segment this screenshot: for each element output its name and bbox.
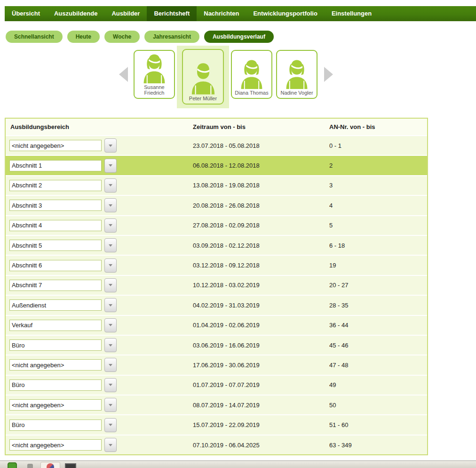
zeitraum-cell: 08.07.2019 - 14.07.2019 — [193, 402, 329, 409]
column-header-ausbildungsbereich: Ausbildungsbereich — [6, 123, 193, 130]
zeitraum-cell: 20.08.2018 - 26.08.2018 — [193, 202, 329, 209]
table-row: 04.02.2019 - 31.03.2019 28 - 35 — [6, 295, 427, 315]
carousel-next-icon[interactable] — [324, 67, 333, 82]
table-row: 23.07.2018 - 05.08.2018 0 - 1 — [6, 135, 427, 155]
bereich-cell — [6, 278, 193, 292]
an-nr-cell: 0 - 1 — [329, 142, 427, 149]
table-row: 06.08.2018 - 12.08.2018 2 — [6, 155, 427, 175]
bereich-cell — [6, 159, 193, 173]
trainee-card-inner[interactable]: Susanne Friedrich — [134, 50, 175, 99]
bereich-combobox-input[interactable] — [9, 320, 102, 331]
view-tab-pill[interactable]: Ausbildungsverlauf — [204, 31, 274, 43]
an-nr-cell: 36 - 44 — [329, 322, 427, 329]
view-tab-pill[interactable]: Woche — [104, 31, 140, 43]
zeitraum-cell: 15.07.2019 - 22.09.2019 — [193, 421, 329, 428]
bereich-cell — [6, 198, 193, 212]
bereich-dropdown-button[interactable] — [104, 358, 117, 372]
an-nr-cell: 51 - 60 — [329, 421, 427, 428]
bereich-combobox-input[interactable] — [9, 140, 102, 151]
zeitraum-cell: 03.12.2018 - 09.12.2018 — [193, 262, 329, 269]
zeitraum-cell: 01.04.2019 - 02.06.2019 — [193, 322, 329, 329]
chevron-down-icon — [109, 184, 112, 186]
bereich-dropdown-button[interactable] — [104, 238, 117, 252]
bereich-combobox-input[interactable] — [9, 439, 102, 451]
bereich-combobox-input[interactable] — [9, 180, 102, 191]
bereich-dropdown-button[interactable] — [104, 378, 117, 392]
trainee-card[interactable]: Nadine Vogler — [274, 46, 319, 99]
bereich-dropdown-button[interactable] — [104, 278, 117, 292]
bereich-dropdown-button[interactable] — [104, 218, 117, 233]
bereich-combobox-input[interactable] — [9, 260, 102, 271]
bereich-combobox-input[interactable] — [9, 299, 102, 311]
taskbar-app-icon[interactable] — [27, 464, 33, 468]
an-nr-cell: 6 - 18 — [329, 242, 427, 249]
bereich-combobox-input[interactable] — [9, 399, 102, 411]
bereich-combobox-input[interactable] — [9, 420, 102, 431]
bereich-combobox-input[interactable] — [9, 379, 102, 391]
table-row: 13.08.2018 - 19.08.2018 3 — [6, 175, 427, 195]
nav-item[interactable]: Ausbilder — [104, 6, 147, 21]
bereich-dropdown-button[interactable] — [104, 298, 117, 312]
bereich-dropdown-button[interactable] — [104, 198, 117, 212]
an-nr-cell: 45 - 46 — [329, 342, 427, 349]
bereich-cell — [6, 418, 193, 432]
chevron-down-icon — [109, 204, 112, 207]
bereich-cell — [6, 138, 193, 153]
nav-item[interactable]: Nachrichten — [197, 6, 246, 21]
bereich-combobox-input[interactable] — [9, 220, 102, 231]
taskbar-window-icon[interactable] — [65, 463, 76, 468]
bereich-combobox-input[interactable] — [9, 240, 102, 251]
nav-item[interactable]: Einstellungen — [325, 6, 379, 21]
view-tabs: SchnellansichtHeuteWocheJahresansichtAus… — [6, 31, 274, 43]
an-nr-cell: 2 — [329, 162, 427, 169]
chevron-down-icon — [109, 164, 112, 167]
view-tab-pill[interactable]: Heute — [67, 31, 100, 43]
zeitraum-cell: 23.07.2018 - 05.08.2018 — [193, 142, 329, 149]
table-row: 20.08.2018 - 26.08.2018 4 — [6, 195, 427, 215]
trainee-card[interactable]: Peter Müller — [177, 46, 229, 108]
bereich-combobox-input[interactable] — [9, 200, 102, 211]
taskbar-active-app[interactable] — [40, 462, 60, 468]
bereich-dropdown-button[interactable] — [104, 438, 117, 452]
carousel-prev-icon[interactable] — [119, 67, 128, 82]
view-tab-pill[interactable]: Schnellansicht — [6, 31, 63, 43]
trainee-card-inner[interactable]: Nadine Vogler — [276, 50, 317, 99]
bereich-cell — [6, 338, 193, 352]
bereich-cell — [6, 358, 193, 372]
trainee-card[interactable]: Susanne Friedrich — [132, 46, 177, 99]
bereich-dropdown-button[interactable] — [104, 318, 117, 332]
taskbar-app-icon[interactable] — [8, 462, 17, 468]
chevron-down-icon — [109, 404, 112, 406]
bereich-cell — [6, 298, 193, 312]
bereich-combobox-input[interactable] — [9, 339, 102, 351]
column-header-zeitraum: Zeitraum von - bis — [193, 123, 329, 130]
bereich-combobox-input[interactable] — [9, 160, 102, 171]
zeitraum-cell: 10.12.2018 - 03.02.2019 — [193, 282, 329, 289]
trainee-name: Diana Thomas — [235, 90, 268, 96]
trainee-card-inner[interactable]: Peter Müller — [182, 49, 224, 105]
view-tab-pill[interactable]: Jahresansicht — [144, 31, 199, 43]
bereich-dropdown-button[interactable] — [104, 418, 117, 432]
bereich-combobox-input[interactable] — [9, 359, 102, 371]
zeitraum-cell: 27.08.2018 - 02.09.2018 — [193, 222, 329, 229]
an-nr-cell: 50 — [329, 402, 427, 409]
trainee-card[interactable]: Diana Thomas — [229, 46, 274, 99]
nav-item[interactable]: Auszubildende — [47, 6, 104, 21]
bereich-dropdown-button[interactable] — [104, 159, 117, 173]
nav-item[interactable]: Übersicht — [5, 6, 47, 21]
trainee-carousel: Susanne Friedrich — [119, 46, 333, 108]
an-nr-cell: 28 - 35 — [329, 302, 427, 309]
chevron-down-icon — [109, 364, 112, 366]
table-row: 03.09.2018 - 02.12.2018 6 - 18 — [6, 235, 427, 255]
bereich-dropdown-button[interactable] — [104, 178, 117, 193]
bereich-dropdown-button[interactable] — [104, 398, 117, 412]
nav-item[interactable]: Berichtsheft — [147, 6, 197, 21]
bereich-dropdown-button[interactable] — [104, 338, 117, 352]
browser-icon — [47, 463, 54, 468]
table-body: 23.07.2018 - 05.08.2018 0 - 1 06.08.2018… — [6, 135, 427, 454]
nav-item[interactable]: Entwicklungsportfolio — [246, 6, 325, 21]
bereich-combobox-input[interactable] — [9, 280, 102, 291]
bereich-dropdown-button[interactable] — [104, 258, 117, 273]
bereich-dropdown-button[interactable] — [104, 138, 117, 153]
trainee-card-inner[interactable]: Diana Thomas — [231, 50, 272, 99]
